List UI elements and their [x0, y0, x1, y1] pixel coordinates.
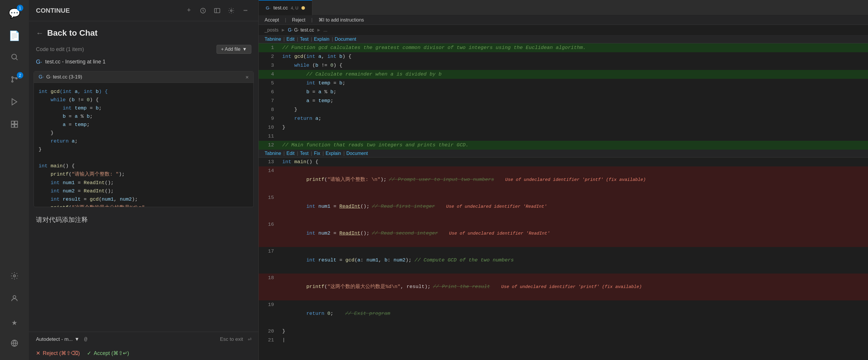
run-icon — [10, 98, 19, 109]
line-number-18: 18 — [259, 274, 280, 300]
file-item[interactable]: G· test.cc - Inserting at line 1 — [29, 56, 258, 67]
code-line-15: 15 int num1 = ReadInt();// Read first in… — [259, 193, 868, 220]
gear-button[interactable] — [225, 5, 237, 17]
line-number-9: 9 — [259, 114, 280, 123]
bottom-bar: Autodetect - m... ▼ @ Esc to exit ⏎ — [29, 332, 258, 347]
edit-link[interactable]: Edit — [286, 36, 294, 42]
history-button[interactable] — [197, 5, 209, 17]
code-line-12: 12 // Main function that reads two integ… — [259, 141, 868, 149]
account-icon — [10, 294, 19, 305]
run-activity-icon[interactable] — [4, 93, 25, 114]
breadcrumb-file[interactable]: G· G· test.cc — [288, 27, 314, 33]
breadcrumb: _posts ► G· G· test.cc ► ... — [259, 25, 868, 35]
new-tab-button[interactable]: + — [183, 5, 195, 17]
feedback-icon: ★ — [11, 316, 17, 328]
code-block-title-text: G· test.cc (3-19) — [46, 74, 82, 80]
add-instructions-label[interactable]: ⌘I to add instructions — [318, 17, 364, 23]
line-number-12: 12 — [259, 141, 280, 149]
at-mention-button[interactable]: @ — [84, 336, 88, 342]
enter-button[interactable]: ⏎ — [248, 335, 251, 343]
settings-activity-icon[interactable] — [4, 267, 25, 288]
tab-filename: test.cc — [273, 5, 288, 11]
breadcrumb-sep-1: ► — [281, 27, 285, 33]
code-line-14: 14 printf("请输入两个整数: \n");// Prompt user … — [259, 166, 868, 193]
explorer-activity-icon[interactable]: 📄 — [4, 25, 25, 47]
test-link-2[interactable]: Test — [300, 151, 309, 156]
fix-link-2[interactable]: Fix — [314, 151, 320, 156]
add-file-button[interactable]: + Add file ▼ — [217, 45, 251, 54]
more-options-button[interactable]: ⋯ — [240, 5, 251, 17]
editor-area: G· test.cc 4, U Accept | Reject | ⌘I to … — [259, 0, 868, 360]
back-to-chat-button[interactable]: ← Back to Chat — [29, 21, 258, 43]
search-icon — [10, 53, 19, 64]
code-line-1: 1 // Function gcd calculates the greates… — [259, 44, 868, 52]
line-content-11 — [280, 132, 868, 141]
line-number-21: 21 — [259, 336, 280, 345]
sidebar-header: CONTINUE + ⋯ — [29, 0, 258, 21]
action-buttons: ✕ Reject (⌘⇧⌫) ✓ Accept (⌘⇧↵) — [29, 347, 258, 360]
feedback-activity-icon[interactable]: ★ — [4, 312, 25, 333]
extensions-activity-icon[interactable] — [4, 115, 25, 136]
line-content-19: return 0;// Exit program — [280, 300, 868, 327]
editor-tab-test-cc[interactable]: G· test.cc 4, U — [259, 0, 312, 15]
document-link-2[interactable]: Document — [346, 151, 368, 156]
remote-icon — [10, 339, 19, 350]
autodetect-button[interactable]: Autodetect - m... ▼ — [36, 336, 80, 342]
breadcrumb-folder: _posts — [265, 27, 278, 33]
line-content-20: } — [280, 327, 868, 336]
extensions-icon — [10, 120, 19, 131]
test-link[interactable]: Test — [300, 36, 309, 42]
accept-button[interactable]: ✓ Accept (⌘⇧↵) — [87, 350, 129, 357]
accept-label[interactable]: Accept — [265, 18, 279, 23]
source-control-badge: 2 — [17, 72, 23, 79]
tabnine-link-2[interactable]: Tabnine — [265, 151, 281, 156]
code-line-18: 18 printf("这两个数的最大公约数是%d\n", result);// … — [259, 274, 868, 300]
accept-label: Accept (⌘⇧↵) — [94, 350, 129, 357]
settings-icon — [10, 272, 19, 283]
reject-label[interactable]: Reject — [292, 18, 305, 23]
svg-rect-8 — [11, 124, 14, 127]
reject-button[interactable]: ✕ Reject (⌘⇧⌫) — [36, 350, 80, 357]
svg-rect-6 — [11, 121, 14, 124]
svg-rect-7 — [15, 121, 18, 124]
line-number-4: 4 — [259, 70, 280, 79]
code-line-20: 20 } — [259, 327, 868, 336]
code-line-8: 8 } — [259, 105, 868, 114]
explain-link-2[interactable]: Explain — [326, 151, 341, 156]
code-line-17: 17 int result = gcd(a: num1, b: num2); /… — [259, 247, 868, 274]
tabnine-link[interactable]: Tabnine — [265, 36, 281, 42]
line-content-7: a = temp; — [280, 96, 868, 105]
tabnine-bar-2: Tabnine | Edit | Test | Fix | Explain | … — [259, 149, 868, 158]
edit-link-2[interactable]: Edit — [286, 151, 294, 156]
account-activity-icon[interactable] — [4, 289, 25, 310]
remote-activity-icon[interactable] — [4, 334, 25, 355]
file-item-label: test.cc - Inserting at line 1 — [45, 59, 105, 65]
chat-activity-icon[interactable]: 💬 1 — [4, 3, 25, 24]
document-link[interactable]: Document — [335, 36, 356, 42]
code-block-body: int gcd(int a, int b) { while (b != 0) {… — [34, 83, 253, 207]
line-number-10: 10 — [259, 123, 280, 132]
line-content-2: int gcd(int a, int b) { — [280, 52, 868, 61]
explain-link[interactable]: Explain — [314, 36, 329, 42]
code-block-close-button[interactable]: ✕ — [245, 74, 249, 80]
line-number-15: 15 — [259, 193, 280, 220]
chat-badge: 1 — [17, 5, 23, 11]
code-editor[interactable]: 1 // Function gcd calculates the greates… — [259, 44, 868, 360]
line-number-6: 6 — [259, 88, 280, 96]
line-content-12: // Main function that reads two integers… — [280, 141, 868, 149]
breadcrumb-more[interactable]: ... — [323, 27, 327, 33]
source-control-activity-icon[interactable]: 2 — [4, 70, 25, 91]
svg-line-1 — [16, 58, 18, 60]
code-section: Code to edit (1 item) + Add file ▼ — [29, 43, 258, 56]
code-block: G· G· test.cc (3-19) ✕ int gcd(int a, in… — [34, 71, 254, 207]
explorer-icon: 📄 — [8, 30, 20, 42]
file-icon: G· — [36, 58, 42, 65]
line-number-20: 20 — [259, 327, 280, 336]
line-number-8: 8 — [259, 105, 280, 114]
code-line-4: 4 // Calculate remainder when a is divid… — [259, 70, 868, 79]
back-to-chat-label: Back to Chat — [47, 28, 97, 38]
search-activity-icon[interactable] — [4, 48, 25, 69]
code-line-16: 16 int num2 = ReadInt();// Read second i… — [259, 220, 868, 247]
code-line-21: 21 — [259, 336, 868, 345]
layout-button[interactable] — [211, 5, 223, 17]
